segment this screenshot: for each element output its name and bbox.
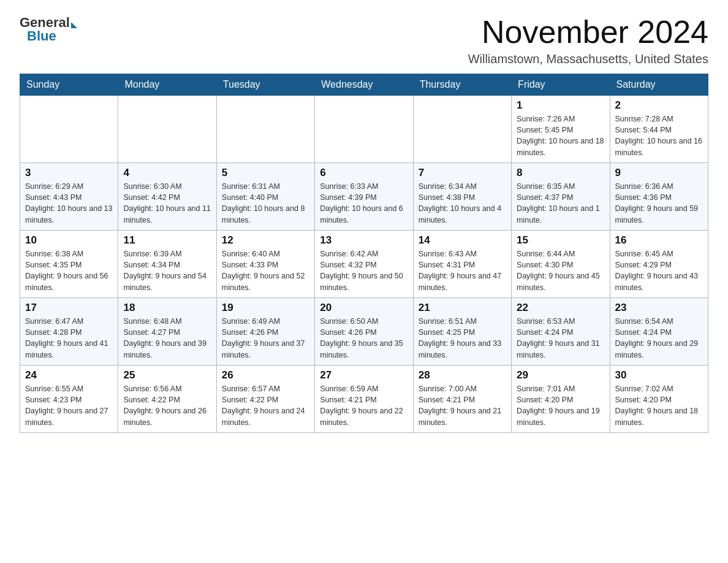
day-number: 8 — [517, 167, 604, 179]
day-info: Sunrise: 6:31 AM Sunset: 4:40 PM Dayligh… — [222, 181, 309, 226]
day-info: Sunrise: 6:55 AM Sunset: 4:23 PM Dayligh… — [25, 383, 113, 428]
month-title: November 2024 — [468, 15, 708, 50]
day-number: 28 — [419, 369, 506, 381]
day-info: Sunrise: 6:56 AM Sunset: 4:22 PM Dayligh… — [123, 383, 211, 428]
day-of-week-header: Friday — [512, 74, 610, 96]
day-number: 29 — [517, 369, 604, 381]
day-of-week-header: Tuesday — [216, 74, 314, 96]
calendar-cell: 24Sunrise: 6:55 AM Sunset: 4:23 PM Dayli… — [20, 366, 118, 433]
day-number: 15 — [517, 234, 604, 247]
calendar-cell: 29Sunrise: 7:01 AM Sunset: 4:20 PM Dayli… — [512, 366, 610, 433]
calendar-cell: 18Sunrise: 6:48 AM Sunset: 4:27 PM Dayli… — [118, 298, 216, 366]
calendar-cell: 2Sunrise: 7:28 AM Sunset: 5:44 PM Daylig… — [610, 96, 708, 163]
calendar-cell: 26Sunrise: 6:57 AM Sunset: 4:22 PM Dayli… — [216, 366, 314, 433]
calendar-cell: 15Sunrise: 6:44 AM Sunset: 4:30 PM Dayli… — [512, 231, 610, 298]
day-info: Sunrise: 6:44 AM Sunset: 4:30 PM Dayligh… — [517, 248, 604, 293]
day-info: Sunrise: 7:02 AM Sunset: 4:20 PM Dayligh… — [615, 383, 703, 428]
day-info: Sunrise: 7:01 AM Sunset: 4:20 PM Dayligh… — [517, 383, 604, 428]
day-info: Sunrise: 6:59 AM Sunset: 4:21 PM Dayligh… — [320, 383, 408, 428]
day-number: 14 — [419, 234, 506, 247]
day-info: Sunrise: 6:47 AM Sunset: 4:28 PM Dayligh… — [25, 316, 113, 361]
day-info: Sunrise: 6:43 AM Sunset: 4:31 PM Dayligh… — [419, 248, 506, 293]
calendar-cell: 5Sunrise: 6:31 AM Sunset: 4:40 PM Daylig… — [216, 163, 314, 231]
calendar-table: SundayMondayTuesdayWednesdayThursdayFrid… — [20, 74, 708, 433]
calendar-cell — [20, 96, 118, 163]
calendar-week-row: 17Sunrise: 6:47 AM Sunset: 4:28 PM Dayli… — [20, 298, 708, 366]
calendar-week-row: 3Sunrise: 6:29 AM Sunset: 4:43 PM Daylig… — [20, 163, 708, 231]
day-number: 3 — [25, 167, 113, 179]
day-of-week-header: Thursday — [413, 74, 511, 96]
calendar-cell: 11Sunrise: 6:39 AM Sunset: 4:34 PM Dayli… — [118, 231, 216, 298]
day-number: 23 — [615, 302, 703, 314]
day-of-week-header: Wednesday — [315, 74, 413, 96]
calendar-header-row: SundayMondayTuesdayWednesdayThursdayFrid… — [20, 74, 708, 96]
day-number: 25 — [123, 369, 211, 381]
day-number: 26 — [222, 369, 309, 381]
title-area: November 2024 Williamstown, Massachusett… — [468, 15, 708, 66]
day-info: Sunrise: 6:36 AM Sunset: 4:36 PM Dayligh… — [615, 181, 703, 226]
calendar-cell: 13Sunrise: 6:42 AM Sunset: 4:32 PM Dayli… — [315, 231, 413, 298]
logo-blue-text: Blue — [27, 28, 56, 44]
calendar-cell: 23Sunrise: 6:54 AM Sunset: 4:24 PM Dayli… — [610, 298, 708, 366]
day-info: Sunrise: 6:40 AM Sunset: 4:33 PM Dayligh… — [222, 248, 309, 293]
calendar-cell: 27Sunrise: 6:59 AM Sunset: 4:21 PM Dayli… — [315, 366, 413, 433]
day-info: Sunrise: 6:57 AM Sunset: 4:22 PM Dayligh… — [222, 383, 309, 428]
location-title: Williamstown, Massachusetts, United Stat… — [468, 52, 708, 66]
calendar-cell: 20Sunrise: 6:50 AM Sunset: 4:26 PM Dayli… — [315, 298, 413, 366]
calendar-cell: 21Sunrise: 6:51 AM Sunset: 4:25 PM Dayli… — [413, 298, 511, 366]
calendar-cell: 12Sunrise: 6:40 AM Sunset: 4:33 PM Dayli… — [216, 231, 314, 298]
day-info: Sunrise: 6:35 AM Sunset: 4:37 PM Dayligh… — [517, 181, 604, 226]
calendar-cell: 19Sunrise: 6:49 AM Sunset: 4:26 PM Dayli… — [216, 298, 314, 366]
day-number: 7 — [419, 167, 506, 179]
calendar-week-row: 24Sunrise: 6:55 AM Sunset: 4:23 PM Dayli… — [20, 366, 708, 433]
day-number: 11 — [123, 234, 211, 247]
day-info: Sunrise: 6:39 AM Sunset: 4:34 PM Dayligh… — [123, 248, 211, 293]
day-info: Sunrise: 6:30 AM Sunset: 4:42 PM Dayligh… — [123, 181, 211, 226]
calendar-week-row: 10Sunrise: 6:38 AM Sunset: 4:35 PM Dayli… — [20, 231, 708, 298]
day-number: 9 — [615, 167, 703, 179]
day-number: 5 — [222, 167, 309, 179]
day-number: 2 — [615, 99, 703, 112]
day-number: 21 — [419, 302, 506, 314]
day-number: 30 — [615, 369, 703, 381]
day-info: Sunrise: 7:26 AM Sunset: 5:45 PM Dayligh… — [517, 113, 604, 158]
calendar-cell: 1Sunrise: 7:26 AM Sunset: 5:45 PM Daylig… — [512, 96, 610, 163]
calendar-cell: 28Sunrise: 7:00 AM Sunset: 4:21 PM Dayli… — [413, 366, 511, 433]
calendar-cell — [413, 96, 511, 163]
day-info: Sunrise: 6:54 AM Sunset: 4:24 PM Dayligh… — [615, 316, 703, 361]
day-number: 13 — [320, 234, 408, 247]
day-info: Sunrise: 6:45 AM Sunset: 4:29 PM Dayligh… — [615, 248, 703, 293]
calendar-week-row: 1Sunrise: 7:26 AM Sunset: 5:45 PM Daylig… — [20, 96, 708, 163]
calendar-cell: 3Sunrise: 6:29 AM Sunset: 4:43 PM Daylig… — [20, 163, 118, 231]
day-number: 19 — [222, 302, 309, 314]
day-info: Sunrise: 7:00 AM Sunset: 4:21 PM Dayligh… — [419, 383, 506, 428]
day-info: Sunrise: 6:34 AM Sunset: 4:38 PM Dayligh… — [419, 181, 506, 226]
day-number: 24 — [25, 369, 113, 381]
logo-triangle-icon — [71, 22, 77, 28]
calendar-cell: 4Sunrise: 6:30 AM Sunset: 4:42 PM Daylig… — [118, 163, 216, 231]
calendar-cell: 17Sunrise: 6:47 AM Sunset: 4:28 PM Dayli… — [20, 298, 118, 366]
calendar-cell: 16Sunrise: 6:45 AM Sunset: 4:29 PM Dayli… — [610, 231, 708, 298]
calendar-cell: 6Sunrise: 6:33 AM Sunset: 4:39 PM Daylig… — [315, 163, 413, 231]
calendar-cell: 14Sunrise: 6:43 AM Sunset: 4:31 PM Dayli… — [413, 231, 511, 298]
day-number: 18 — [123, 302, 211, 314]
day-number: 20 — [320, 302, 408, 314]
day-number: 6 — [320, 167, 408, 179]
calendar-cell — [118, 96, 216, 163]
day-info: Sunrise: 6:48 AM Sunset: 4:27 PM Dayligh… — [123, 316, 211, 361]
day-info: Sunrise: 6:33 AM Sunset: 4:39 PM Dayligh… — [320, 181, 408, 226]
day-info: Sunrise: 6:38 AM Sunset: 4:35 PM Dayligh… — [25, 248, 113, 293]
calendar-cell: 22Sunrise: 6:53 AM Sunset: 4:24 PM Dayli… — [512, 298, 610, 366]
day-number: 10 — [25, 234, 113, 247]
day-info: Sunrise: 6:53 AM Sunset: 4:24 PM Dayligh… — [517, 316, 604, 361]
calendar-cell: 8Sunrise: 6:35 AM Sunset: 4:37 PM Daylig… — [512, 163, 610, 231]
day-info: Sunrise: 6:50 AM Sunset: 4:26 PM Dayligh… — [320, 316, 408, 361]
day-info: Sunrise: 6:42 AM Sunset: 4:32 PM Dayligh… — [320, 248, 408, 293]
day-of-week-header: Saturday — [610, 74, 708, 96]
day-of-week-header: Sunday — [20, 74, 118, 96]
calendar-cell — [315, 96, 413, 163]
day-info: Sunrise: 6:29 AM Sunset: 4:43 PM Dayligh… — [25, 181, 113, 226]
calendar-cell: 9Sunrise: 6:36 AM Sunset: 4:36 PM Daylig… — [610, 163, 708, 231]
day-info: Sunrise: 7:28 AM Sunset: 5:44 PM Dayligh… — [615, 113, 703, 158]
day-number: 22 — [517, 302, 604, 314]
